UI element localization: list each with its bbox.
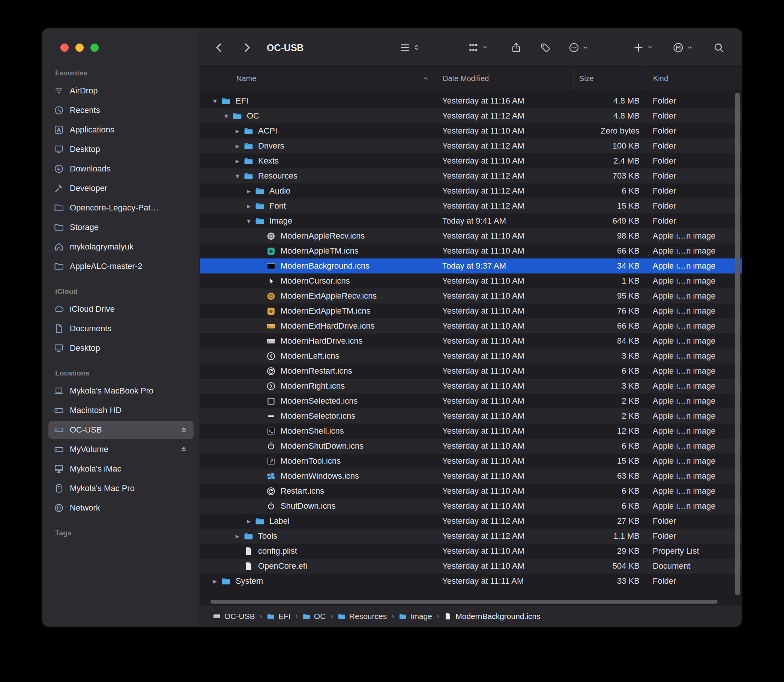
table-row[interactable]: ▸AudioYesterday at 11:12 AM6 KBFolder: [200, 183, 742, 198]
table-row[interactable]: ▸LabelYesterday at 11:12 AM27 KBFolder: [200, 513, 742, 529]
table-row[interactable]: ModernCursor.icnsYesterday at 11:10 AM1 …: [200, 274, 742, 288]
path-item-image[interactable]: Image: [399, 612, 432, 621]
table-row[interactable]: ModernWindows.icnsYesterday at 11:10 AM6…: [200, 468, 742, 484]
minimize-button[interactable]: [75, 43, 84, 52]
table-row[interactable]: ModernTool.icnsYesterday at 11:10 AM15 K…: [200, 454, 742, 468]
share-button[interactable]: [510, 42, 522, 53]
table-row[interactable]: ▾OCYesterday at 11:12 AM4.8 MBFolder: [200, 108, 742, 123]
sidebar-item-documents[interactable]: Documents: [48, 320, 194, 338]
table-row[interactable]: config.plistYesterday at 11:10 AM29 KBPr…: [200, 543, 742, 559]
search-button[interactable]: [713, 42, 724, 53]
table-row[interactable]: ModernSelector.icnsYesterday at 11:10 AM…: [200, 408, 742, 424]
size-cell: Zero bytes: [574, 126, 645, 136]
close-button[interactable]: [61, 43, 69, 52]
sidebar-item-mykola-s-mac-pro[interactable]: Mykola's Mac Pro: [48, 480, 194, 497]
eject-button[interactable]: [179, 425, 188, 434]
column-header-kind[interactable]: Kind: [645, 67, 742, 90]
disclosure-closed-icon[interactable]: ▸: [231, 532, 244, 540]
new-item-button[interactable]: [633, 42, 653, 53]
sidebar-item-applications[interactable]: Applications: [48, 121, 194, 139]
table-row[interactable]: ModernRight.icnsYesterday at 11:10 AM3 K…: [200, 379, 742, 394]
table-row[interactable]: ShutDown.icnsYesterday at 11:10 AM6 KBAp…: [200, 499, 742, 513]
table-row[interactable]: ModernSelected.icnsYesterday at 11:10 AM…: [200, 394, 742, 408]
back-button[interactable]: [214, 42, 225, 53]
hdd-icon: [54, 405, 64, 416]
tag-button[interactable]: [540, 42, 551, 53]
disclosure-open-icon[interactable]: ▾: [220, 112, 232, 120]
sidebar-item-myvolume[interactable]: MyVolume: [48, 440, 194, 459]
sidebar-item-mykola-s-imac[interactable]: Mykola's iMac: [48, 460, 194, 478]
disclosure-open-icon[interactable]: ▾: [243, 217, 255, 225]
table-row[interactable]: OpenCore.efiYesterday at 11:10 AM504 KBD…: [200, 559, 742, 574]
eject-button[interactable]: [179, 445, 188, 454]
disclosure-closed-icon[interactable]: ▸: [231, 126, 244, 135]
table-row[interactable]: Restart.icnsYesterday at 11:10 AM6 KBApp…: [200, 484, 742, 499]
group-button[interactable]: [468, 42, 488, 53]
disclosure-closed-icon[interactable]: ▸: [243, 201, 255, 210]
table-row[interactable]: ▸SystemYesterday at 11:11 AM33 KBFolder: [200, 574, 742, 589]
table-row[interactable]: ModernAppleTM.icnsYesterday at 11:10 AM6…: [200, 244, 742, 258]
table-row[interactable]: ModernRestart.icnsYesterday at 11:10 AM6…: [200, 363, 742, 379]
disclosure-closed-icon[interactable]: ▸: [209, 577, 221, 586]
table-row[interactable]: ▾ImageToday at 9:41 AM649 KBFolder: [200, 214, 742, 228]
sidebar-item-label: Opencore-Legacy-Pat…: [70, 203, 159, 213]
sidebar-item-macintosh-hd[interactable]: Macintosh HD: [48, 402, 194, 419]
table-row[interactable]: ModernLeft.icnsYesterday at 11:10 AM3 KB…: [200, 349, 742, 363]
table-row[interactable]: ModernExtHardDrive.icnsYesterday at 11:1…: [200, 319, 742, 333]
table-row[interactable]: ModernExtAppleRecv.icnsYesterday at 11:1…: [200, 288, 742, 303]
doc-icon: [244, 561, 253, 571]
column-header-name[interactable]: Name: [200, 67, 436, 90]
sidebar-item-opencore-legacy-pat[interactable]: Opencore-Legacy-Pat…: [48, 199, 194, 217]
path-item-oc[interactable]: OC: [302, 612, 326, 621]
disclosure-closed-icon[interactable]: ▸: [243, 516, 255, 526]
sidebar-item-airdrop[interactable]: AirDrop: [48, 82, 194, 100]
path-item-resources[interactable]: Resources: [338, 612, 387, 621]
table-row[interactable]: ModernBackground.icnsToday at 9:37 AM34 …: [200, 258, 742, 274]
view-mode-button[interactable]: [400, 42, 420, 53]
zoom-button[interactable]: [91, 43, 99, 52]
table-row[interactable]: ModernShutDown.icnsYesterday at 11:10 AM…: [200, 438, 742, 454]
account-menu-button[interactable]: [672, 42, 693, 53]
column-header-size[interactable]: Size: [574, 67, 645, 90]
sidebar-item-mykola-s-macbook-pro[interactable]: Mykola's MacBook Pro: [48, 382, 194, 400]
sidebar-item-oc-usb[interactable]: OC-USB: [48, 421, 194, 439]
column-header-date-modified[interactable]: Date Modified: [436, 67, 574, 90]
sidebar-item-developer[interactable]: Developer: [48, 179, 194, 197]
sidebar-item-downloads[interactable]: Downloads: [48, 160, 194, 178]
black-rect-icon: [266, 261, 276, 271]
table-row[interactable]: ▸FontYesterday at 11:12 AM15 KBFolder: [200, 198, 742, 214]
table-row[interactable]: ModernHardDrive.icnsYesterday at 11:10 A…: [200, 333, 742, 349]
sidebar-item-applealc-master-2[interactable]: AppleALC-master-2: [48, 257, 194, 276]
sidebar-item-storage[interactable]: Storage: [48, 218, 194, 236]
sidebar-item-desktop[interactable]: Desktop: [48, 339, 194, 357]
horizontal-scrollbar[interactable]: [210, 600, 718, 604]
path-item-oc-usb[interactable]: OC-USB: [213, 612, 255, 621]
table-row[interactable]: ▾ResourcesYesterday at 11:12 AM703 KBFol…: [200, 169, 742, 183]
file-name: ModernTool.icns: [280, 456, 341, 466]
sidebar-item-icloud-drive[interactable]: iCloud Drive: [48, 300, 194, 318]
table-row[interactable]: ModernAppleRecv.icnsYesterday at 11:10 A…: [200, 228, 742, 244]
sidebar-item-recents[interactable]: Recents: [48, 101, 194, 119]
sidebar-item-network[interactable]: Network: [48, 499, 194, 517]
table-row[interactable]: ▸KextsYesterday at 11:10 AM2.4 MBFolder: [200, 153, 742, 169]
table-row[interactable]: ▸ACPIYesterday at 11:10 AMZero bytesFold…: [200, 123, 742, 139]
table-row[interactable]: ▾EFIYesterday at 11:16 AM4.8 MBFolder: [200, 93, 742, 108]
forward-button[interactable]: [241, 42, 252, 53]
disclosure-closed-icon[interactable]: ▸: [231, 156, 244, 166]
path-item-efi[interactable]: EFI: [267, 612, 291, 621]
disclosure-closed-icon[interactable]: ▸: [231, 142, 244, 150]
file-name: config.plist: [258, 546, 297, 556]
disclosure-open-icon[interactable]: ▾: [209, 96, 221, 105]
more-actions-button[interactable]: [568, 42, 588, 53]
vertical-scrollbar[interactable]: [735, 92, 740, 595]
sidebar-item-mykolagrymalyuk[interactable]: mykolagrymalyuk: [48, 238, 194, 256]
sidebar-item-desktop[interactable]: Desktop: [48, 140, 194, 158]
disclosure-open-icon[interactable]: ▾: [231, 171, 244, 180]
table-row[interactable]: ▸DriversYesterday at 11:12 AM100 KBFolde…: [200, 139, 742, 153]
disclosure-closed-icon[interactable]: ▸: [243, 186, 255, 196]
table-row[interactable]: ModernShell.icnsYesterday at 11:10 AM12 …: [200, 424, 742, 438]
path-item-modernbackground-icns[interactable]: ModernBackground.icns: [444, 612, 540, 621]
table-row[interactable]: ModernExtAppleTM.icnsYesterday at 11:10 …: [200, 303, 742, 319]
table-row[interactable]: ▸ToolsYesterday at 11:12 AM1.1 MBFolder: [200, 529, 742, 543]
size-cell: 3 KB: [574, 351, 645, 361]
